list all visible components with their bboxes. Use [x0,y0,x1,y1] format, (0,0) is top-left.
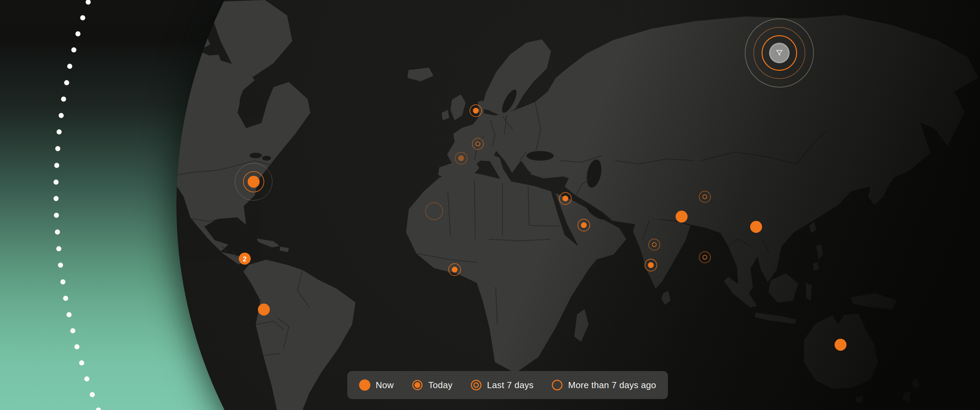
marker-layer: 2 [0,0,980,410]
legend-item-last7: Last 7 days [470,379,534,391]
legend-swatch-today [412,379,423,391]
marker-ring-inner [652,242,657,247]
legend-item-today: Today [412,379,453,391]
funnel-icon [775,49,784,57]
legend-item-now: Now [359,379,394,391]
marker-ring [425,202,443,220]
legend: NowTodayLast 7 daysMore than 7 days ago [347,371,668,399]
legend-label-more7: More than 7 days ago [568,380,656,391]
marker-ring-inner [702,194,707,199]
threat-map: 2 NowTodayLast 7 daysMore than 7 days ag… [0,0,980,410]
marker-ring-inner [702,255,707,260]
legend-swatch-now [359,379,371,391]
legend-label-last7: Last 7 days [487,380,534,391]
legend-label-today: Today [428,380,453,391]
legend-label-now: Now [375,380,394,391]
legend-swatch-more7 [551,379,563,391]
marker-ring-inner [476,141,480,146]
legend-item-more7: More than 7 days ago [551,379,656,391]
legend-swatch-last7 [470,379,482,391]
marker-count-badge: 2 [243,255,247,262]
filter-button[interactable] [769,43,790,63]
